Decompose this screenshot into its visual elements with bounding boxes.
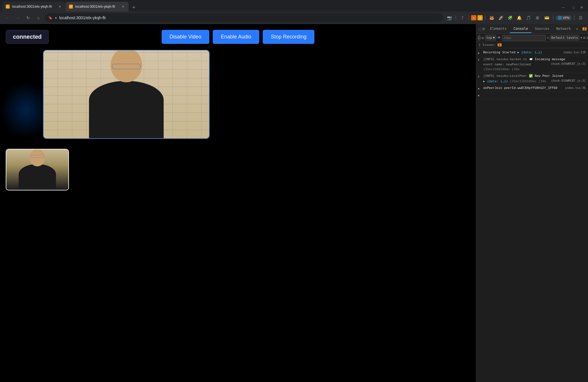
small-video-feed [6, 149, 69, 190]
console-entry-2-prefix: [INFO] nezuko:Socket.ts [483, 57, 529, 61]
vpn-label: 🌐 VPN [558, 16, 569, 20]
console-entry-1-detail: ▶ {data: {…}} [517, 50, 542, 54]
filter-icon[interactable]: ◎ [481, 35, 484, 41]
address-bar[interactable]: 🔖 ● localhost:3001/elx-ykqh-flr [45, 13, 443, 22]
disable-video-button[interactable]: Disable Video [162, 30, 210, 44]
extension-1-icon[interactable]: 🦊 [488, 14, 496, 22]
console-entry-4-link[interactable]: index.tsx:36 [565, 86, 586, 90]
extension-2-icon[interactable]: 🚀 [497, 14, 505, 22]
devtools-topbar: ⬚ ⊡ Elements Console Sources Network » 2… [476, 24, 588, 34]
default-levels-select[interactable]: Default levels [550, 35, 579, 40]
console-entry-4: ▶ onPeerJoin peerId-wwDlEHpfFU8hU2f_1FF6… [476, 85, 588, 92]
console-filter-input[interactable] [502, 35, 546, 41]
clear-console-button[interactable]: ○ [478, 35, 480, 40]
devtools-tabs: Elements Console Sources Network » [487, 25, 580, 33]
separator-2 [469, 15, 469, 20]
extension-3-icon[interactable]: 🧩 [506, 14, 514, 22]
small-person-body [19, 164, 56, 190]
minimize-icon[interactable]: ─ [559, 3, 567, 11]
reload-button[interactable]: ↻ [24, 14, 32, 22]
device-mode-icon[interactable]: ⊡ [483, 26, 485, 32]
tab-sources[interactable]: Sources [531, 25, 553, 33]
console-entry-2: ℹ [INFO] nezuko:Socket.ts 📨 Incoming mes… [476, 56, 588, 73]
devtools-more-tabs[interactable]: » [574, 26, 580, 32]
console-entry-1-link[interactable]: index.tsx:138 [563, 50, 586, 54]
devtools-issues: 2 [581, 27, 588, 30]
console-entry-1-icon: ▶ [478, 51, 480, 55]
wallet-icon[interactable]: 💳 [543, 14, 551, 22]
extension-4-icon[interactable]: 🔔 [515, 14, 523, 22]
browser-chrome: ⚠ localhost:3001/elx-ykqh-flr ✕ ⚡ localh… [0, 0, 588, 24]
tab-close-2[interactable]: ✕ [121, 4, 125, 9]
nav-icons: 📷 ⤴ 🦁 ⚠ 🦊 🚀 🧩 🔔 🎵 ⊞ 💳 🌐 VPN ☰ [445, 14, 585, 22]
console-entry-3-link[interactable]: chunk-EVXWMCNT.js:31 [551, 79, 586, 83]
console-entry-3-prefix: [INFO] nezuko:LocalPeer [483, 74, 529, 78]
brave-shield-icon[interactable]: 🦁 [471, 15, 476, 20]
new-tab-button[interactable]: + [130, 3, 138, 11]
console-entry-4-text: onPeerJoin peerId-wwDlEHpfFU8hU2f_1FF60 [483, 86, 557, 90]
prompt-cursor[interactable] [483, 93, 586, 97]
maximize-icon[interactable]: □ [570, 3, 578, 11]
main-video-inner [44, 50, 209, 138]
context-chevron-icon: ▼ [493, 36, 495, 40]
console-entry-3-icon: ℹ [478, 74, 479, 79]
person-body [89, 81, 164, 138]
tab-network[interactable]: Network [553, 25, 575, 33]
toolbar: Disable Video Enable Audio Stop Recordin… [0, 30, 476, 44]
home-button[interactable]: ⌂ [34, 14, 42, 22]
console-entry-1-text: Recording Started [483, 50, 517, 54]
eye-icon[interactable]: 👁 [497, 35, 501, 41]
issues-count-badge: 2 [583, 27, 587, 30]
menu-button[interactable]: ☰ [577, 14, 585, 22]
filter-settings-icon[interactable]: ⊘ [547, 35, 549, 41]
app-area: connected Disable Video Enable Audio Sto… [0, 24, 476, 382]
address-url[interactable]: localhost:3001/elx-ykqh-flr [59, 15, 440, 20]
tab-console[interactable]: Console [510, 25, 531, 33]
separator-4 [553, 15, 553, 20]
console-entry-1: ▶ Recording Started ▶ {data: {…}} index.… [476, 49, 588, 56]
forward-button[interactable]: → [14, 14, 22, 22]
issues-count: 2 [498, 43, 502, 46]
bookmark-icon: 🔖 [48, 16, 53, 20]
person-glasses [112, 64, 141, 69]
context-select[interactable]: top ▼ [485, 35, 496, 40]
small-video-inner [6, 149, 68, 190]
separator-5 [574, 15, 574, 20]
levels-chevron-icon[interactable]: ▼ [581, 35, 582, 41]
console-entry-3-text: New Peer Joined [535, 74, 563, 78]
sidebar-icon[interactable]: ⊞ [533, 14, 541, 22]
close-window-icon[interactable]: ✕ [578, 3, 586, 11]
tab-close-1[interactable]: ✕ [57, 4, 62, 9]
enable-audio-button[interactable]: Enable Audio [213, 30, 259, 44]
console-entry-3: ℹ [INFO] nezuko:LocalPeer ✅ New Peer Joi… [476, 73, 588, 85]
devtools-panel: ⬚ ⊡ Elements Console Sources Network » 2… [476, 24, 588, 382]
inspect-element-icon[interactable]: ⬚ [479, 26, 481, 32]
camera-icon[interactable]: 📷 [445, 14, 453, 22]
console-entry-3-arrow[interactable]: ▶ [483, 79, 487, 83]
lock-icon: ● [55, 16, 57, 20]
console-entry-4-icon: ▶ [478, 86, 480, 91]
console-entry-2-text: Incoming message [535, 57, 565, 61]
tab-title-1: localhost:3001/elx-ykqh-flr [12, 5, 55, 9]
console-entry-2-link[interactable]: chunk-EVXWMCNT.js:31 [551, 62, 586, 66]
sidebar-toggle-icon[interactable]: ⊟ [583, 35, 586, 41]
console-issues-bar: 2 Issues: 2 [476, 42, 588, 48]
small-person-head [30, 149, 45, 166]
settings-icon[interactable]: ⚙ [587, 35, 588, 41]
back-button[interactable]: ← [3, 14, 11, 22]
devtools-console: ▶ Recording Started ▶ {data: {…}} index.… [476, 48, 588, 382]
tab-elements[interactable]: Elements [487, 25, 510, 33]
share-icon[interactable]: ⤴ [458, 14, 466, 22]
console-entry-2-emoji: 📨 [529, 57, 535, 61]
extension-5-icon[interactable]: 🎵 [524, 14, 532, 22]
brave-alert-icon[interactable]: ⚠ [477, 15, 483, 20]
tab-1[interactable]: ⚠ localhost:3001/elx-ykqh-flr ✕ [2, 2, 65, 11]
context-label: top [486, 36, 492, 40]
tab-2[interactable]: ⚡ localhost:3001/elx-ykqh-flr ✕ [65, 2, 129, 11]
console-entry-3-emoji: ✅ [529, 74, 535, 78]
small-person-glasses [30, 155, 45, 158]
tab-favicon-1: ⚠ [6, 5, 10, 9]
stop-recording-button[interactable]: Stop Recording [263, 30, 314, 44]
vpn-button[interactable]: 🌐 VPN [556, 15, 572, 20]
tab-bar: ⚠ localhost:3001/elx-ykqh-flr ✕ ⚡ localh… [0, 0, 588, 11]
